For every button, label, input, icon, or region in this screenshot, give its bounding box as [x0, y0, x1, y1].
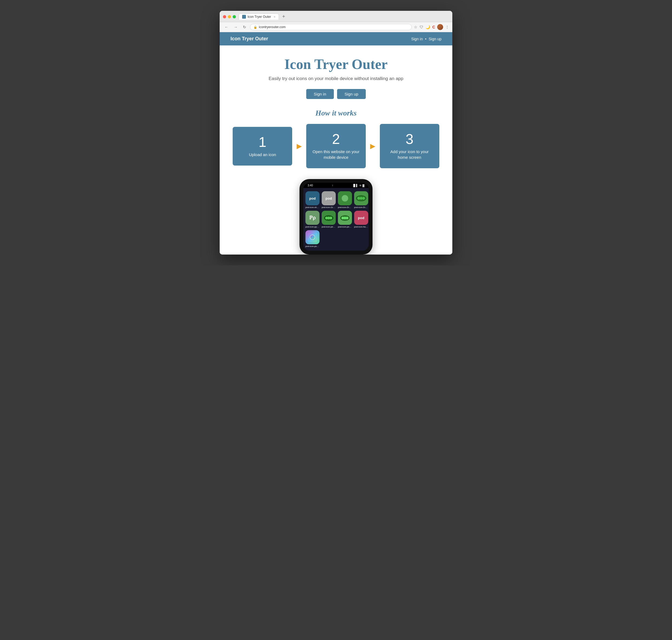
tab-close-button[interactable]: ×	[274, 15, 275, 18]
bookmark-icon[interactable]: ☆	[414, 25, 418, 29]
app-icon-item[interactable]: podpod-icon-half-...	[354, 211, 368, 228]
app-icon-label: pod-icon-pea-...	[322, 226, 336, 228]
extension-icon: C	[432, 25, 435, 29]
night-icon: 🌙	[426, 25, 430, 29]
forward-button[interactable]: →	[232, 24, 239, 30]
phone-status-right: ▐▌▌ ≋ ▓	[352, 184, 364, 187]
app-icon-image	[354, 191, 368, 205]
app-icon-label: pod-icon-Gray-...	[322, 206, 336, 208]
app-icon-item[interactable]: podpod-icon-shad...	[305, 191, 320, 208]
step-1-label: Upload an icon	[238, 152, 287, 157]
step-2-label: Open this website on your mobile device	[312, 149, 360, 160]
address-bar[interactable]: 🔒 icontryerouter.com	[250, 24, 412, 30]
step-1-number: 1	[238, 135, 287, 149]
tab-title: Icon Tryer Outer	[248, 15, 271, 19]
user-avatar[interactable]	[437, 24, 443, 30]
close-button[interactable]	[223, 15, 226, 18]
phone-time: 3:40	[308, 184, 313, 187]
site-header: Icon Tryer Outer Sign in • Sign up	[220, 32, 452, 45]
site-logo: Icon Tryer Outer	[231, 36, 268, 42]
step-card-1: 1 Upload an icon	[233, 127, 292, 165]
app-icon-image	[338, 211, 352, 225]
phone-wifi-icon: ≋	[359, 184, 362, 187]
app-icon-image	[322, 211, 336, 225]
hero-title: Icon Tryer Outer	[231, 56, 441, 72]
browser-toolbar: ← → ↻ 🔒 icontryerouter.com ☆ 🛡 🌙 C ⋮	[220, 22, 452, 32]
lock-icon: 🔒	[253, 26, 257, 29]
phone-signal-icon: ▐▌▌	[352, 184, 358, 187]
signup-button[interactable]: Sign up	[337, 89, 366, 99]
phone-battery-icon: ▓	[363, 184, 364, 187]
app-icon-label: pod-icon-pp.png	[305, 226, 320, 228]
phone-screen: 3:40 ↑ ▐▌▌ ≋ ▓ podpod-icon-shad...podpod…	[303, 183, 369, 251]
step-3-label: Add your icon to your home screen	[385, 149, 434, 160]
minimize-button[interactable]	[228, 15, 231, 18]
nav-signup-link[interactable]: Sign up	[429, 37, 441, 41]
browser-window: Icon Tryer Outer × + ← → ↻ 🔒 icontryerou…	[220, 11, 452, 254]
steps-row: 1 Upload an icon ► 2 Open this website o…	[231, 124, 441, 168]
browser-titlebar: Icon Tryer Outer × +	[220, 11, 452, 22]
phone-icons-grid: podpod-icon-shad...podpod-icon-Gray-...p…	[303, 188, 369, 251]
maximize-button[interactable]	[233, 15, 236, 18]
hero-buttons: Sign in Sign up	[231, 89, 441, 99]
more-menu-icon[interactable]: ⋮	[445, 25, 449, 29]
app-icon-image: pod	[354, 211, 368, 225]
refresh-button[interactable]: ↻	[241, 24, 248, 30]
nav-signin-link[interactable]: Sign in	[411, 37, 423, 41]
shield-icon: 🛡	[420, 25, 423, 29]
new-tab-button[interactable]: +	[280, 14, 287, 19]
app-icon-item[interactable]: ℙρpod-icon-pp.png	[305, 211, 320, 228]
svg-point-3	[362, 197, 365, 200]
step-3-number: 3	[385, 132, 434, 146]
svg-point-11	[346, 217, 348, 219]
step-card-2: 2 Open this website on your mobile devic…	[306, 124, 366, 168]
app-icon-item[interactable]: pod-icon-pea-...	[322, 211, 336, 228]
phone-location-icon: ↑	[332, 184, 333, 187]
active-tab[interactable]: Icon Tryer Outer ×	[238, 14, 279, 20]
arrow-1: ►	[295, 141, 304, 151]
phone-status-bar: 3:40 ↑ ▐▌▌ ≋ ▓	[303, 183, 369, 188]
svg-point-7	[330, 217, 332, 219]
app-icon-label: pod-icon-psyc...	[305, 245, 320, 248]
toolbar-icons: ☆ 🛡 🌙 C ⋮	[414, 24, 449, 30]
app-icon-label: pod-icon-pea-...	[338, 226, 352, 228]
site-nav: Sign in • Sign up	[411, 37, 441, 41]
tab-favicon	[242, 15, 246, 19]
tab-bar: Icon Tryer Outer × +	[238, 14, 449, 20]
how-it-works-title: How it works	[231, 109, 441, 117]
app-icon-label: pod-icon-Diag-...	[354, 206, 368, 208]
app-icon-image	[305, 230, 320, 244]
app-icon-image	[338, 191, 352, 205]
app-icon-label: pod-icon-Diag-...	[338, 206, 352, 208]
app-icon-item[interactable]: pod-icon-Diag-...	[338, 191, 352, 208]
phone-container: 3:40 ↑ ▐▌▌ ≋ ▓ podpod-icon-shad...podpod…	[231, 179, 441, 254]
site-content: Icon Tryer Outer Sign in • Sign up Icon …	[220, 32, 452, 254]
step-card-3: 3 Add your icon to your home screen	[380, 124, 439, 168]
app-icon-label: pod-icon-half-...	[354, 226, 368, 228]
app-icon-image: ℙρ	[305, 211, 320, 225]
arrow-2: ►	[368, 141, 377, 151]
app-icon-item[interactable]: pod-icon-Diag-...	[354, 191, 368, 208]
nav-separator: •	[425, 37, 426, 41]
traffic-lights	[223, 15, 236, 18]
app-icon-image: pod	[305, 191, 320, 205]
site-main: Icon Tryer Outer Easily try out icons on…	[220, 45, 452, 254]
app-icon-item[interactable]: pod-icon-psyc...	[305, 230, 320, 248]
app-icon-item[interactable]: pod-icon-pea-...	[338, 211, 352, 228]
step-2-number: 2	[312, 132, 360, 146]
svg-point-1	[357, 197, 360, 200]
app-icon-label: pod-icon-shad...	[305, 206, 320, 208]
app-icon-image: pod	[322, 191, 336, 205]
back-button[interactable]: ←	[223, 24, 230, 30]
signin-button[interactable]: Sign in	[306, 89, 334, 99]
hero-subtitle: Easily try out icons on your mobile devi…	[231, 76, 441, 82]
phone-mockup: 3:40 ↑ ▐▌▌ ≋ ▓ podpod-icon-shad...podpod…	[300, 179, 372, 254]
app-icon-item[interactable]: podpod-icon-Gray-...	[322, 191, 336, 208]
svg-point-2	[360, 197, 363, 200]
address-text: icontryerouter.com	[259, 25, 286, 29]
